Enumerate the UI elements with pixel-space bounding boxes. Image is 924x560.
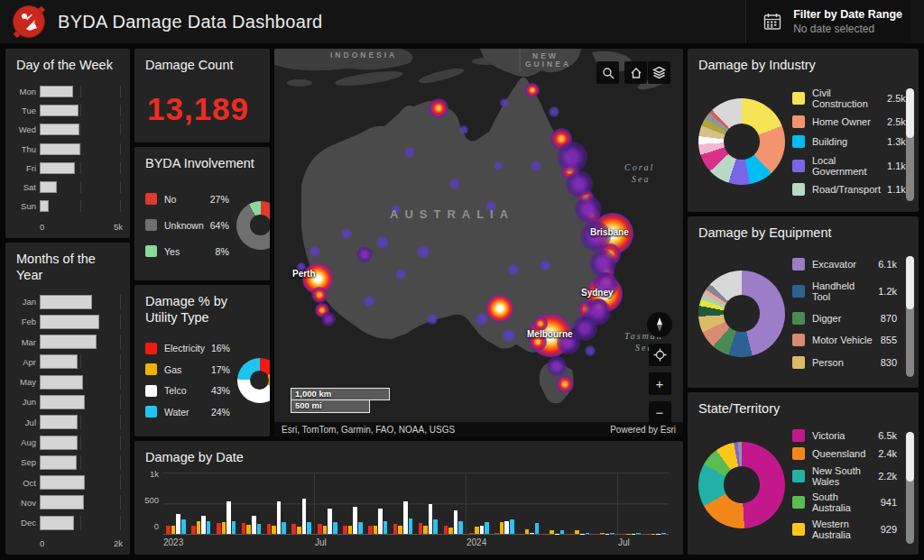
bar[interactable] xyxy=(176,514,180,534)
legend-item[interactable]: Local Government1.1k xyxy=(792,155,906,177)
date-bar-group[interactable] xyxy=(542,473,568,534)
legend-item[interactable]: Civil Construction2.5k xyxy=(792,87,906,109)
bar[interactable] xyxy=(232,521,236,534)
bar-row[interactable]: Wed xyxy=(11,124,121,135)
bar[interactable] xyxy=(358,522,363,534)
bar[interactable] xyxy=(398,526,402,534)
legend-item[interactable]: South Australia941 xyxy=(792,491,897,513)
bar[interactable] xyxy=(535,523,540,534)
bar[interactable] xyxy=(40,395,85,409)
bar-row[interactable]: Mar xyxy=(11,335,121,349)
scrollbar-thumb[interactable] xyxy=(906,432,914,482)
bar[interactable] xyxy=(40,295,92,309)
state-donut-chart[interactable] xyxy=(698,442,785,528)
bar[interactable] xyxy=(323,526,328,534)
legend-item[interactable]: Yes8% xyxy=(145,245,229,257)
equipment-donut-chart[interactable] xyxy=(698,271,785,357)
bar[interactable] xyxy=(328,509,332,535)
bar[interactable] xyxy=(217,523,221,534)
industry-donut-chart[interactable] xyxy=(698,98,785,185)
bar-row[interactable]: Aug xyxy=(11,436,121,450)
bar[interactable] xyxy=(510,519,514,534)
bar-row[interactable]: Sun xyxy=(11,200,121,212)
bar[interactable] xyxy=(171,526,176,534)
bar[interactable] xyxy=(333,522,337,534)
date-bar-group[interactable] xyxy=(263,473,289,534)
bar-row[interactable]: Jul xyxy=(11,415,121,429)
bar[interactable] xyxy=(550,530,554,534)
scrollbar[interactable] xyxy=(906,432,914,544)
date-bar-group[interactable] xyxy=(391,473,416,534)
bar[interactable] xyxy=(40,415,78,429)
legend-item[interactable]: New South Wales2.2k xyxy=(792,465,897,487)
utility-donut-chart[interactable] xyxy=(237,358,270,403)
bar[interactable] xyxy=(40,354,78,369)
bar[interactable] xyxy=(458,521,463,534)
bar[interactable] xyxy=(40,475,85,490)
bar[interactable] xyxy=(525,529,530,534)
bar[interactable] xyxy=(40,495,84,510)
legend-item[interactable]: Unknown64% xyxy=(145,219,229,231)
zoom-out-button[interactable]: − xyxy=(649,401,671,424)
bar[interactable] xyxy=(40,124,79,135)
date-bar-group[interactable] xyxy=(592,473,617,534)
bar[interactable] xyxy=(409,519,413,534)
map-search-button[interactable] xyxy=(596,61,619,84)
bar[interactable] xyxy=(272,526,276,535)
compass-button[interactable] xyxy=(647,312,672,337)
bar-row[interactable]: May xyxy=(11,375,121,390)
bar[interactable] xyxy=(40,335,97,349)
legend-item[interactable]: Electricity16% xyxy=(145,343,230,354)
scrollbar-thumb[interactable] xyxy=(906,88,914,138)
bar[interactable] xyxy=(297,527,301,534)
scrollbar[interactable] xyxy=(906,256,914,377)
bar-row[interactable]: Nov xyxy=(11,495,121,510)
bar[interactable] xyxy=(242,523,246,534)
bar[interactable] xyxy=(500,522,504,534)
bar[interactable] xyxy=(201,516,206,534)
bar[interactable] xyxy=(348,526,353,534)
legend-item[interactable]: Motor Vehicle855 xyxy=(792,334,897,346)
bar[interactable] xyxy=(480,526,485,535)
bar[interactable] xyxy=(378,509,383,534)
bar[interactable] xyxy=(191,526,196,535)
bar-row[interactable]: Jun xyxy=(11,395,121,409)
bar[interactable] xyxy=(383,521,388,534)
date-bar-group[interactable] xyxy=(340,473,365,534)
bar[interactable] xyxy=(448,528,453,534)
bar-row[interactable]: Feb xyxy=(11,315,121,329)
bar[interactable] xyxy=(661,533,666,534)
bar-row[interactable]: Jan xyxy=(11,295,121,309)
bar[interactable] xyxy=(166,526,171,534)
bar[interactable] xyxy=(282,522,286,534)
bar-row[interactable]: Fri xyxy=(11,162,121,174)
legend-item[interactable]: Road/Transport1.1k xyxy=(792,183,906,196)
legend-item[interactable]: Queensland2.4k xyxy=(792,447,897,460)
bar[interactable] xyxy=(40,455,77,470)
legend-item[interactable]: Building1.3k xyxy=(792,135,906,148)
bar-row[interactable]: Sat xyxy=(11,181,121,193)
bar[interactable] xyxy=(475,527,479,534)
bar[interactable] xyxy=(419,523,423,534)
zoom-in-button[interactable]: + xyxy=(649,372,671,395)
bar[interactable] xyxy=(252,516,256,534)
legend-item[interactable]: Victoria6.5k xyxy=(792,429,897,442)
bar[interactable] xyxy=(600,533,605,534)
bar[interactable] xyxy=(246,525,251,534)
bar[interactable] xyxy=(257,524,262,534)
bar[interactable] xyxy=(267,524,272,534)
bar[interactable] xyxy=(560,530,565,534)
scrollbar[interactable] xyxy=(906,88,914,201)
bar[interactable] xyxy=(433,519,438,534)
date-bar-group[interactable] xyxy=(568,473,593,534)
bar[interactable] xyxy=(374,526,378,534)
bar[interactable] xyxy=(40,181,57,193)
bar[interactable] xyxy=(444,526,448,534)
legend-item[interactable]: Water24% xyxy=(145,406,230,418)
bar[interactable] xyxy=(393,524,398,534)
map-layers-button[interactable] xyxy=(648,61,670,84)
bar[interactable] xyxy=(277,501,282,534)
bar[interactable] xyxy=(403,501,408,534)
legend-item[interactable]: Home Owner2.5k xyxy=(792,115,906,128)
bar[interactable] xyxy=(40,516,74,530)
